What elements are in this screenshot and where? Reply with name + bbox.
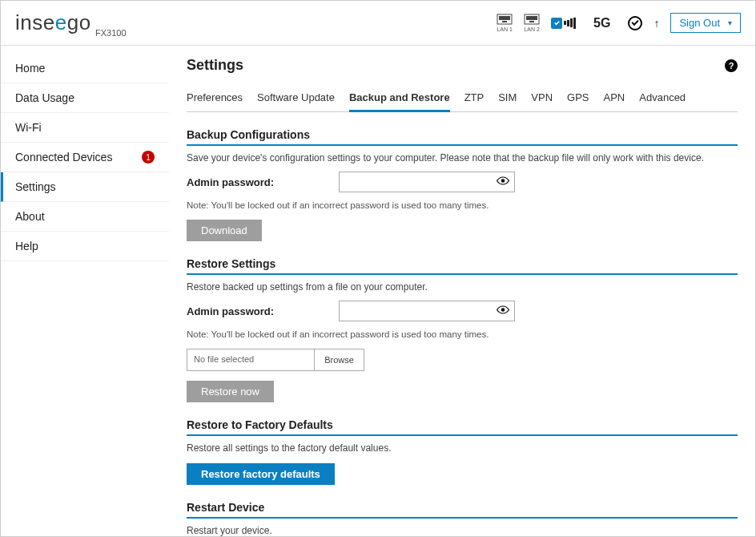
chevron-down-icon: ▾	[728, 18, 732, 27]
restart-description: Restart your device.	[187, 525, 738, 536]
tab-advanced[interactable]: Advanced	[639, 87, 686, 111]
sidebar-item-home[interactable]: Home	[1, 54, 169, 83]
svg-rect-5	[529, 21, 534, 22]
sidebar-item-settings[interactable]: Settings	[1, 172, 169, 202]
restart-section-title: Restart Device	[187, 501, 738, 519]
restore-description: Restore backed up settings from a file o…	[187, 281, 738, 293]
tab-software-update[interactable]: Software Update	[257, 87, 335, 111]
status-icons: LAN 1 LAN 2 5G ↑	[497, 14, 659, 32]
lan1-icon: LAN 1	[497, 14, 513, 32]
upload-icon: ↑	[653, 17, 659, 30]
sign-out-button[interactable]: Sign Out ▾	[670, 13, 741, 33]
svg-rect-4	[526, 16, 537, 20]
sidebar-item-help[interactable]: Help	[1, 232, 169, 261]
restore-section-title: Restore Settings	[187, 257, 738, 275]
section-restore: Restore Settings Restore backed up setti…	[187, 257, 738, 402]
settings-tabs: Preferences Software Update Backup and R…	[187, 87, 738, 112]
svg-rect-2	[502, 21, 507, 22]
sidebar-item-data-usage[interactable]: Data Usage	[1, 83, 169, 113]
tab-apn[interactable]: APN	[604, 87, 625, 111]
tab-backup-and-restore[interactable]: Backup and Restore	[349, 87, 450, 112]
restore-password-input[interactable]	[339, 301, 515, 321]
main-content: Settings ? Preferences Software Update B…	[169, 46, 755, 536]
factory-section-title: Restore to Factory Defaults	[187, 418, 738, 436]
download-button[interactable]: Download	[187, 220, 262, 241]
svg-point-6	[501, 179, 505, 183]
help-icon[interactable]: ?	[725, 59, 738, 72]
svg-rect-1	[499, 16, 510, 20]
app-header: inseego FX3100 LAN 1 LAN 2 5G ↑ Sign Out…	[1, 1, 755, 46]
status-check-icon	[628, 16, 642, 30]
tab-vpn[interactable]: VPN	[531, 87, 553, 111]
sidebar-item-connected-devices[interactable]: Connected Devices 1	[1, 143, 169, 172]
browse-button[interactable]: Browse	[315, 349, 364, 371]
restore-note: Note: You'll be locked out if an incorre…	[187, 329, 738, 339]
eye-icon[interactable]	[496, 176, 510, 188]
model-label: FX3100	[95, 28, 127, 38]
brand-text: inseego	[15, 10, 91, 35]
signal-strength-icon	[551, 18, 576, 29]
restore-now-button[interactable]: Restore now	[187, 381, 274, 402]
eye-icon[interactable]	[496, 305, 510, 317]
file-name-display: No file selected	[187, 349, 315, 371]
restore-factory-defaults-button[interactable]: Restore factory defaults	[187, 463, 335, 485]
section-backup: Backup Configurations Save your device's…	[187, 128, 738, 241]
backup-note: Note: You'll be locked out if an incorre…	[187, 200, 738, 210]
factory-description: Restore all settings to the factory defa…	[187, 442, 738, 454]
sidebar-item-wifi[interactable]: Wi-Fi	[1, 113, 169, 143]
sidebar: Home Data Usage Wi-Fi Connected Devices …	[1, 46, 169, 536]
backup-password-input[interactable]	[339, 172, 515, 192]
backup-section-title: Backup Configurations	[187, 128, 738, 146]
restore-password-label: Admin password:	[187, 305, 339, 317]
tab-preferences[interactable]: Preferences	[187, 87, 243, 111]
page-title: Settings	[187, 57, 243, 74]
sidebar-item-about[interactable]: About	[1, 202, 169, 232]
backup-description: Save your device's configuration setting…	[187, 152, 738, 164]
section-factory: Restore to Factory Defaults Restore all …	[187, 418, 738, 485]
tab-gps[interactable]: GPS	[567, 87, 589, 111]
connected-devices-badge: 1	[142, 151, 155, 164]
tab-sim[interactable]: SIM	[498, 87, 517, 111]
tab-ztp[interactable]: ZTP	[464, 87, 485, 111]
section-restart: Restart Device Restart your device. Rest…	[187, 501, 738, 536]
lan2-icon: LAN 2	[524, 14, 540, 32]
backup-password-label: Admin password:	[187, 176, 339, 188]
brand-logo: inseego	[15, 10, 91, 35]
network-type-label: 5G	[593, 16, 610, 30]
svg-point-7	[501, 308, 505, 312]
